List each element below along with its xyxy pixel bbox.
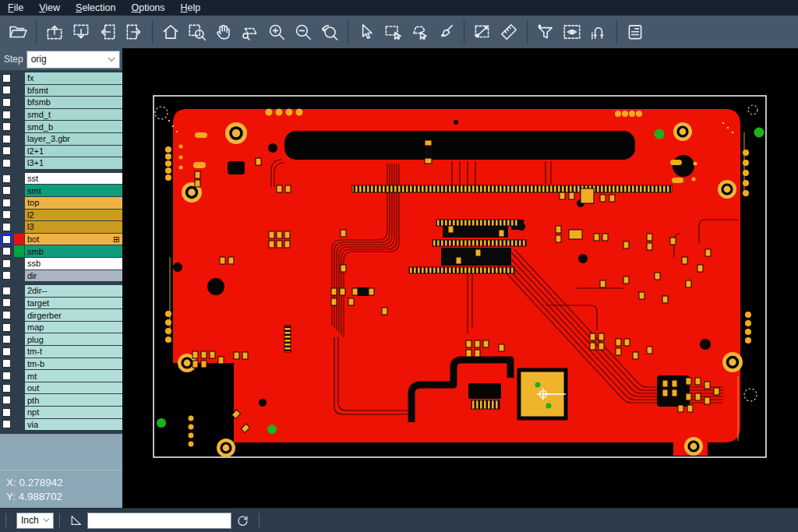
layer-checkbox[interactable]: [1, 358, 12, 370]
menu-help[interactable]: Help: [173, 0, 209, 16]
layer-checkbox[interactable]: [1, 394, 12, 406]
clear-brush-icon[interactable]: [433, 18, 459, 46]
layer-label[interactable]: l3: [25, 221, 122, 233]
layer-checkbox[interactable]: [1, 97, 12, 108]
zoom-previous-icon[interactable]: [316, 18, 343, 46]
layer-label[interactable]: dirgerber: [25, 309, 122, 321]
layer-checkbox[interactable]: [1, 234, 12, 245]
home-icon[interactable]: [157, 18, 184, 46]
pan-hand-icon[interactable]: [210, 18, 237, 46]
layer-checkbox[interactable]: [1, 210, 12, 221]
layer-checkbox[interactable]: [1, 309, 12, 321]
layer-label[interactable]: l2: [25, 210, 122, 221]
step-row: Step orig: [0, 48, 122, 70]
layer-label[interactable]: tm-t: [25, 346, 122, 358]
layer-checkbox[interactable]: [1, 270, 12, 282]
layer-label[interactable]: bfsmb: [25, 97, 122, 108]
layer-checkbox[interactable]: [1, 407, 12, 418]
layer-color-swatch: [14, 370, 24, 382]
ruler-icon[interactable]: [496, 18, 522, 46]
view-options-eye-icon[interactable]: [559, 18, 585, 46]
zoom-out-icon[interactable]: [290, 18, 316, 46]
layer-label[interactable]: smd_b: [25, 121, 122, 132]
toolbar: [0, 16, 798, 48]
snap-magnet-icon[interactable]: [585, 18, 612, 46]
layer-label[interactable]: fx: [25, 72, 122, 84]
layer-label[interactable]: npt: [25, 407, 122, 418]
layer-color-swatch: [14, 72, 24, 84]
pad-arrow-up-icon[interactable]: [41, 18, 68, 46]
layer-checkbox[interactable]: [1, 72, 12, 84]
polygon-select-icon[interactable]: [406, 18, 433, 46]
pad-arrow-right-icon[interactable]: [121, 18, 147, 46]
zoom-window-icon[interactable]: [184, 18, 210, 46]
layer-label[interactable]: pth: [25, 394, 122, 406]
menu-selection[interactable]: Selection: [68, 0, 123, 16]
layer-label[interactable]: map: [25, 322, 122, 333]
layer-checkbox[interactable]: [1, 146, 12, 157]
layer-checkbox[interactable]: [1, 322, 12, 333]
pad-arrow-left-icon[interactable]: [94, 18, 121, 46]
layer-checkbox[interactable]: [1, 133, 12, 145]
layer-label[interactable]: top: [25, 197, 122, 209]
layer-checkbox[interactable]: [1, 258, 12, 270]
layer-row-l2: l2: [0, 210, 122, 221]
menu-options[interactable]: Options: [123, 0, 172, 16]
filter-funnel-icon[interactable]: [532, 18, 559, 46]
measure-points-icon[interactable]: [469, 18, 496, 46]
layer-label[interactable]: dir: [25, 270, 122, 282]
layer-label[interactable]: layer_3.gbr: [25, 133, 122, 145]
layer-checkbox[interactable]: [1, 221, 12, 233]
layer-checkbox[interactable]: [1, 382, 12, 394]
layer-checkbox[interactable]: [1, 197, 12, 209]
layer-label[interactable]: sst: [25, 173, 122, 185]
layer-label[interactable]: target: [25, 298, 122, 309]
layer-checkbox[interactable]: [1, 173, 12, 185]
layer-row-sst: sst: [0, 173, 122, 185]
layer-label[interactable]: via: [25, 419, 122, 431]
layer-label[interactable]: smb: [25, 245, 122, 257]
layer-label[interactable]: l3+1: [25, 157, 122, 169]
layer-checkbox[interactable]: [1, 245, 12, 257]
refresh-icon[interactable]: [231, 511, 253, 530]
layer-label[interactable]: tm-b: [25, 358, 122, 370]
layer-label[interactable]: plug: [25, 333, 122, 345]
layer-label[interactable]: l2+1: [25, 146, 122, 157]
command-input[interactable]: [87, 513, 231, 529]
layer-checkbox[interactable]: [1, 333, 12, 345]
layer-checkbox[interactable]: [1, 346, 12, 358]
rect-select-icon[interactable]: [380, 18, 406, 46]
menu-view[interactable]: View: [31, 0, 68, 16]
open-folder-icon[interactable]: [5, 18, 31, 46]
layer-checkbox[interactable]: [1, 285, 12, 297]
layer-label[interactable]: out: [25, 382, 122, 394]
layer-label[interactable]: mt: [25, 370, 122, 382]
report-form-icon[interactable]: [622, 18, 648, 46]
zoom-selection-icon[interactable]: [237, 18, 263, 46]
layer-label[interactable]: smd_t: [25, 109, 122, 121]
layer-checkbox[interactable]: [1, 121, 12, 132]
layer-checkbox[interactable]: [1, 157, 12, 169]
unit-select[interactable]: Inch: [16, 513, 54, 529]
layer-checkbox[interactable]: [1, 185, 12, 196]
layer-checkbox[interactable]: [1, 419, 12, 431]
layer-label[interactable]: ssb: [25, 258, 122, 270]
pad-arrow-down-icon[interactable]: [68, 18, 94, 46]
select-cursor-icon[interactable]: [353, 18, 380, 46]
layer-color-swatch: [14, 322, 24, 333]
step-select[interactable]: orig: [26, 51, 120, 69]
layer-checkbox[interactable]: [1, 109, 12, 121]
layer-checkbox[interactable]: [1, 370, 12, 382]
layer-checkbox[interactable]: [1, 298, 12, 309]
layer-row-plug: plug: [0, 333, 122, 345]
layer-label[interactable]: 2dir--: [25, 285, 122, 297]
corner-measure-icon[interactable]: [65, 511, 87, 530]
layer-checkbox[interactable]: [1, 85, 12, 97]
pcb-canvas[interactable]: [122, 48, 798, 508]
layer-label[interactable]: bfsmt: [25, 85, 122, 97]
zoom-in-icon[interactable]: [263, 18, 290, 46]
layer-label[interactable]: smt: [25, 185, 122, 196]
menu-file[interactable]: File: [0, 0, 31, 16]
layer-label[interactable]: bot⊞: [25, 234, 122, 245]
layer-row-smt: smt: [0, 185, 122, 196]
